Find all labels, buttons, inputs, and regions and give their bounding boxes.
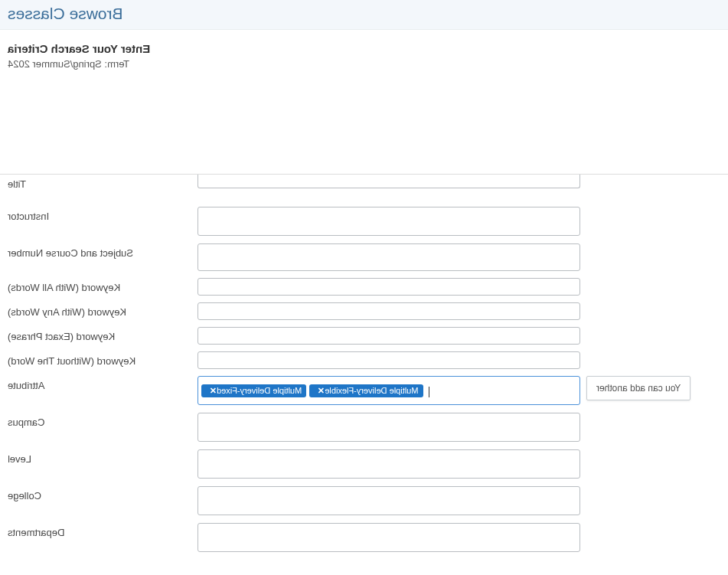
label-subject-course: Subject and Course Number <box>0 243 198 259</box>
row-keyword-exact: Keyword (Exact Phrase) <box>0 327 728 345</box>
search-form: Title Instructor Subject and Course Numb… <box>0 174 728 552</box>
subject-course-input[interactable] <box>198 243 580 271</box>
keyword-without-input[interactable] <box>198 351 580 369</box>
label-attribute: Attribute <box>0 376 198 391</box>
row-campus: Campus <box>0 413 728 442</box>
keyword-any-text[interactable] <box>201 303 576 319</box>
keyword-exact-input[interactable] <box>198 327 580 345</box>
page-title: Browse Classes <box>8 5 720 23</box>
college-select[interactable] <box>198 486 580 515</box>
label-level: Level <box>0 449 198 465</box>
row-subject-course: Subject and Course Number <box>0 243 728 271</box>
label-departments: Departments <box>0 523 198 538</box>
row-keyword-without: Keyword (Without The Word) <box>0 351 728 369</box>
tag-label: Multiple Delivery-Flexible <box>325 386 418 395</box>
row-college: College <box>0 486 728 515</box>
attribute-tag-0[interactable]: ✕ Multiple Delivery-Fixed <box>201 384 306 397</box>
label-keyword-any: Keyword (With Any Words) <box>0 302 198 318</box>
header-bar: Browse Classes <box>0 0 728 30</box>
row-level: Level <box>0 449 728 479</box>
row-title: Title <box>0 175 728 190</box>
attribute-multiselect[interactable]: ✕ Multiple Delivery-Fixed ✕ Multiple Del… <box>198 376 580 405</box>
attribute-tag-1[interactable]: ✕ Multiple Delivery-Flexible <box>309 384 423 397</box>
keyword-all-input[interactable] <box>198 278 580 296</box>
text-cursor <box>429 387 429 397</box>
instructor-select[interactable] <box>198 207 580 236</box>
label-keyword-without: Keyword (Without The Word) <box>0 351 198 367</box>
label-campus: Campus <box>0 413 198 428</box>
label-keyword-all: Keyword (With All Words) <box>0 278 198 293</box>
row-keyword-any: Keyword (With Any Words) <box>0 302 728 320</box>
row-keyword-all: Keyword (With All Words) <box>0 278 728 296</box>
hint-tooltip: You can add another <box>586 376 690 400</box>
keyword-all-text[interactable] <box>201 279 576 295</box>
close-icon[interactable]: ✕ <box>210 386 217 396</box>
row-departments: Departments <box>0 523 728 552</box>
title-text[interactable] <box>201 175 576 188</box>
search-criteria-heading: Enter Your Search Criteria <box>8 42 720 55</box>
label-instructor: Instructor <box>0 207 198 222</box>
keyword-without-text[interactable] <box>201 352 576 368</box>
close-icon[interactable]: ✕ <box>318 386 325 396</box>
term-label: Term: Spring/Summer 2024 <box>8 58 720 70</box>
label-title: Title <box>0 175 198 190</box>
tag-label: Multiple Delivery-Fixed <box>217 386 302 395</box>
keyword-any-input[interactable] <box>198 302 580 320</box>
keyword-exact-text[interactable] <box>201 328 576 344</box>
sub-header: Enter Your Search Criteria Term: Spring/… <box>0 30 728 74</box>
campus-select[interactable] <box>198 413 580 442</box>
row-attribute: Attribute ✕ Multiple Delivery-Fixed ✕ Mu… <box>0 376 728 405</box>
title-input[interactable] <box>198 175 580 188</box>
level-select[interactable] <box>198 449 580 479</box>
subject-course-text[interactable] <box>201 244 576 270</box>
label-college: College <box>0 486 198 501</box>
row-instructor: Instructor <box>0 207 728 236</box>
departments-select[interactable] <box>198 523 580 552</box>
label-keyword-exact: Keyword (Exact Phrase) <box>0 327 198 342</box>
